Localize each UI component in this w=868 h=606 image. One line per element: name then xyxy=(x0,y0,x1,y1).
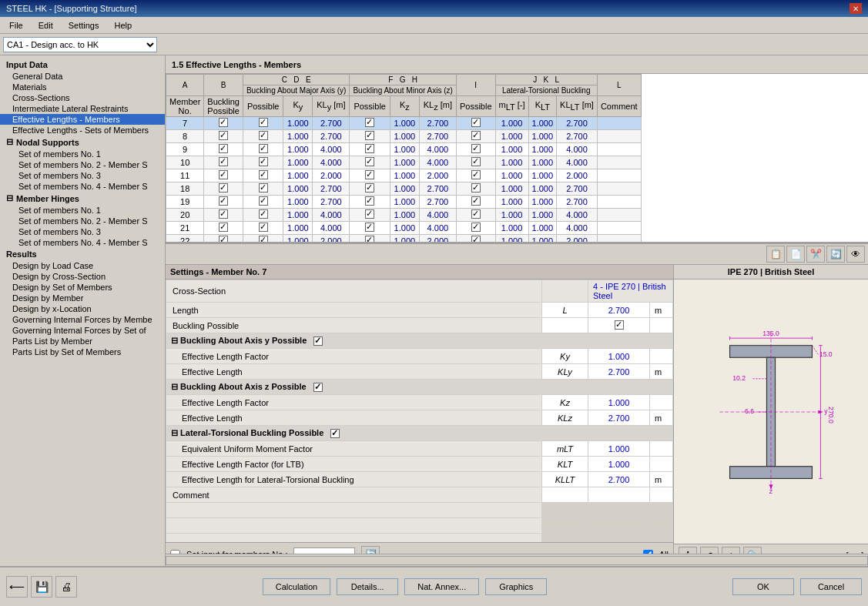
cell-buck-b[interactable] xyxy=(243,209,283,222)
checkbox[interactable] xyxy=(259,118,268,127)
table-row[interactable]: 9 1.000 4.000 1.000 4.000 1.000 1.000 4.… xyxy=(166,143,642,156)
checkbox[interactable] xyxy=(365,236,374,243)
cell-buck-h[interactable] xyxy=(456,130,495,143)
cell-buck-h[interactable] xyxy=(456,143,495,156)
cell-buck-a[interactable] xyxy=(204,235,243,244)
toolbar-btn-add[interactable]: 📋 xyxy=(766,246,785,263)
cell-buck-h[interactable] xyxy=(456,156,495,169)
value-eff-length-y[interactable]: 2.700 xyxy=(588,364,650,380)
checkbox[interactable] xyxy=(365,157,374,166)
cell-buck-a[interactable] xyxy=(204,130,243,143)
checkbox[interactable] xyxy=(259,183,268,193)
sidebar-item-design-x-location[interactable]: Design by x-Location xyxy=(0,303,165,314)
checkbox[interactable] xyxy=(365,209,374,219)
sidebar-item-nodal-2[interactable]: Set of members No. 2 - Member S xyxy=(0,159,165,170)
checkbox[interactable] xyxy=(259,236,268,243)
table-row[interactable]: 22 1.000 2.000 1.000 2.000 1.000 1.000 2… xyxy=(166,235,642,244)
cell-buck-b[interactable] xyxy=(243,130,283,143)
checkbox-ltb[interactable] xyxy=(330,429,340,438)
cell-buck-a[interactable] xyxy=(204,196,243,209)
checkbox[interactable] xyxy=(219,236,228,243)
checkbox[interactable] xyxy=(259,131,268,140)
toolbar-btn-copy[interactable]: 📄 xyxy=(786,246,805,263)
hscroll-track[interactable] xyxy=(166,556,868,565)
cell-buck-a[interactable] xyxy=(204,156,243,169)
checkbox[interactable] xyxy=(219,183,228,193)
checkbox-buckling-possible[interactable] xyxy=(615,320,624,330)
checkbox[interactable] xyxy=(471,131,481,140)
cell-buck-b[interactable] xyxy=(243,222,283,235)
nat-annex-button[interactable]: Nat. Annex... xyxy=(404,578,479,595)
checkbox[interactable] xyxy=(259,223,268,232)
table-row[interactable]: 10 1.000 4.000 1.000 4.000 1.000 1.000 4… xyxy=(166,156,642,169)
value-eff-ltb[interactable]: 2.700 xyxy=(588,472,650,487)
value-equiv-moment[interactable]: 1.000 xyxy=(588,441,650,457)
cell-buck-e[interactable] xyxy=(350,196,390,209)
cell-buck-b[interactable] xyxy=(243,143,283,156)
cell-buck-e[interactable] xyxy=(350,117,390,130)
menu-help[interactable]: Help xyxy=(108,19,138,32)
checkbox-axis-z[interactable] xyxy=(313,383,323,392)
cell-buck-b[interactable] xyxy=(243,235,283,244)
checkbox[interactable] xyxy=(219,144,228,153)
sidebar-item-governing-forces-member[interactable]: Governing Internal Forces by Membe xyxy=(0,314,165,325)
sidebar-item-parts-list-set[interactable]: Parts List by Set of Members xyxy=(0,347,165,357)
ok-button[interactable]: OK xyxy=(732,578,794,595)
sidebar-item-hinge-1[interactable]: Set of members No. 1 xyxy=(0,205,165,216)
data-table-container[interactable]: A B C D E F G H I J K L L Buckling About… xyxy=(166,74,868,243)
checkbox[interactable] xyxy=(259,144,268,153)
toolbar-btn-eye[interactable]: 👁 xyxy=(846,246,865,263)
checkbox[interactable] xyxy=(471,170,481,179)
cell-buck-h[interactable] xyxy=(456,235,495,244)
checkbox[interactable] xyxy=(219,170,228,179)
value-eff-factor-z[interactable]: 1.000 xyxy=(588,395,650,410)
checkbox[interactable] xyxy=(219,223,228,232)
sidebar-item-nodal-3[interactable]: Set of members No. 3 xyxy=(0,170,165,181)
checkbox[interactable] xyxy=(259,157,268,166)
sidebar-item-cross-sections[interactable]: Cross-Sections xyxy=(0,92,165,103)
checkbox[interactable] xyxy=(471,236,481,243)
value-eff-length-z[interactable]: 2.700 xyxy=(588,410,650,426)
sidebar-nodal-supports-header[interactable]: ⊟ Nodal Supports xyxy=(0,136,165,149)
cell-buck-a[interactable] xyxy=(204,169,243,182)
checkbox[interactable] xyxy=(365,131,374,140)
checkbox[interactable] xyxy=(365,183,374,193)
cell-buck-a[interactable] xyxy=(204,143,243,156)
cancel-button[interactable]: Cancel xyxy=(800,578,862,595)
checkbox[interactable] xyxy=(259,209,268,219)
toolbar-btn-delete[interactable]: ✂️ xyxy=(806,246,825,263)
checkbox[interactable] xyxy=(219,209,228,219)
sidebar-item-design-member[interactable]: Design by Member xyxy=(0,293,165,303)
settings-scroll-area[interactable]: Cross-Section 4 - IPE 270 | British Stee… xyxy=(166,280,673,542)
checkbox[interactable] xyxy=(471,157,481,166)
checkbox[interactable] xyxy=(471,183,481,193)
cell-buck-a[interactable] xyxy=(204,209,243,222)
checkbox[interactable] xyxy=(365,223,374,232)
sidebar-item-design-set-members[interactable]: Design by Set of Members xyxy=(0,282,165,293)
checkbox[interactable] xyxy=(219,196,228,206)
checkbox[interactable] xyxy=(365,196,374,206)
value-eff-ltb-factor[interactable]: 1.000 xyxy=(588,457,650,472)
checkbox[interactable] xyxy=(471,209,481,219)
table-row[interactable]: 7 1.000 2.700 1.000 2.700 1.000 1.000 2.… xyxy=(166,117,642,130)
cell-buck-b[interactable] xyxy=(243,156,283,169)
sidebar-item-nodal-1[interactable]: Set of members No. 1 xyxy=(0,149,165,159)
checkbox[interactable] xyxy=(471,118,481,127)
cell-buck-e[interactable] xyxy=(350,143,390,156)
cell-buck-h[interactable] xyxy=(456,196,495,209)
checkbox[interactable] xyxy=(365,170,374,179)
graphics-button[interactable]: Graphics xyxy=(485,578,547,595)
cell-buck-e[interactable] xyxy=(350,209,390,222)
cell-buck-a[interactable] xyxy=(204,222,243,235)
sidebar-item-hinge-4[interactable]: Set of members No. 4 - Member S xyxy=(0,237,165,248)
sidebar-item-design-load-case[interactable]: Design by Load Case xyxy=(0,260,165,271)
sidebar-item-general-data[interactable]: General Data xyxy=(0,71,165,82)
cell-buck-h[interactable] xyxy=(456,222,495,235)
toolbar-btn-info[interactable]: 🔄 xyxy=(826,246,845,263)
checkbox[interactable] xyxy=(219,118,228,127)
sidebar-item-design-cross-section[interactable]: Design by Cross-Section xyxy=(0,271,165,282)
checkbox[interactable] xyxy=(259,170,268,179)
hscroll-bar[interactable] xyxy=(166,554,868,566)
menu-settings[interactable]: Settings xyxy=(62,19,106,32)
value-eff-factor-y[interactable]: 1.000 xyxy=(588,349,650,364)
